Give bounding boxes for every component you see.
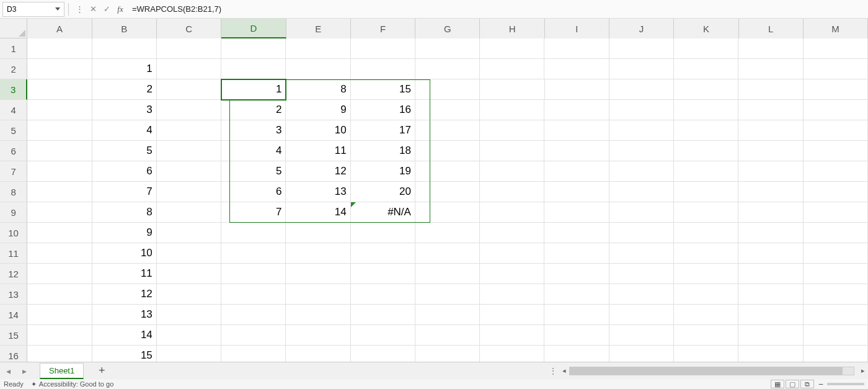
cell-J15[interactable] (609, 325, 674, 346)
cell-D11[interactable] (221, 243, 286, 264)
cell-L15[interactable] (738, 325, 803, 346)
cell-E8[interactable]: 13 (286, 182, 350, 202)
cell-E11[interactable] (286, 243, 350, 264)
hscroll-right-icon[interactable]: ▸ (858, 367, 868, 375)
row-header-14[interactable]: 14 (0, 305, 27, 325)
cell-K4[interactable] (674, 100, 738, 120)
cell-E3[interactable]: 8 (286, 79, 350, 100)
cell-B15[interactable]: 14 (92, 325, 157, 346)
column-header-K[interactable]: K (674, 19, 738, 38)
cell-H7[interactable] (480, 161, 544, 182)
column-header-L[interactable]: L (739, 19, 804, 38)
insert-function-icon[interactable]: fx (115, 4, 126, 15)
cell-K3[interactable] (674, 79, 738, 100)
cell-E2[interactable] (286, 59, 350, 79)
cell-B8[interactable]: 7 (92, 182, 157, 202)
cell-K8[interactable] (674, 182, 738, 202)
cell-D7[interactable]: 5 (221, 161, 286, 182)
cell-D3[interactable]: 1 (221, 79, 286, 100)
cell-A5[interactable] (27, 120, 92, 141)
cell-D2[interactable] (221, 59, 286, 79)
cell-E15[interactable] (286, 325, 350, 346)
tab-next-icon[interactable]: ▸ (16, 363, 32, 379)
cell-B5[interactable]: 4 (92, 120, 157, 141)
row-header-3[interactable]: 3 (0, 79, 27, 100)
cell-L4[interactable] (738, 100, 803, 120)
row-header-5[interactable]: 5 (0, 120, 27, 141)
cell-H12[interactable] (480, 264, 544, 284)
sheet-tab-active[interactable]: Sheet1 (40, 363, 84, 379)
cell-C13[interactable] (157, 284, 221, 305)
cell-C11[interactable] (157, 243, 221, 264)
cell-L8[interactable] (738, 182, 803, 202)
cell-A2[interactable] (27, 59, 92, 79)
cell-B9[interactable]: 8 (92, 202, 157, 223)
cell-L12[interactable] (738, 264, 803, 284)
cell-B1[interactable] (92, 38, 157, 59)
cell-G5[interactable] (415, 120, 480, 141)
cell-M4[interactable] (804, 100, 868, 120)
zoom-slider[interactable] (827, 383, 864, 385)
cell-K7[interactable] (674, 161, 738, 182)
cell-M1[interactable] (804, 38, 868, 59)
cell-D4[interactable]: 2 (221, 100, 286, 120)
cell-J9[interactable] (609, 202, 674, 223)
cell-B10[interactable]: 9 (92, 223, 157, 243)
cell-B12[interactable]: 11 (92, 264, 157, 284)
cell-M15[interactable] (804, 325, 868, 346)
column-header-G[interactable]: G (415, 19, 480, 38)
column-header-H[interactable]: H (480, 19, 544, 38)
cell-E14[interactable] (286, 305, 350, 325)
cell-I12[interactable] (544, 264, 609, 284)
cell-J10[interactable] (609, 223, 674, 243)
cell-I1[interactable] (544, 38, 609, 59)
cell-J11[interactable] (609, 243, 674, 264)
cell-C8[interactable] (157, 182, 221, 202)
row-header-9[interactable]: 9 (0, 202, 27, 223)
cell-L6[interactable] (738, 141, 803, 161)
cell-L11[interactable] (738, 243, 803, 264)
view-page-break-icon[interactable]: ⧉ (800, 380, 814, 388)
cell-D10[interactable] (221, 223, 286, 243)
enter-formula-icon[interactable]: ✓ (101, 4, 112, 15)
cell-J7[interactable] (609, 161, 674, 182)
cell-I2[interactable] (544, 59, 609, 79)
cell-I11[interactable] (544, 243, 609, 264)
cell-A10[interactable] (27, 223, 92, 243)
cell-C12[interactable] (157, 264, 221, 284)
cell-D6[interactable]: 4 (221, 141, 286, 161)
cell-F4[interactable]: 16 (351, 100, 415, 120)
cell-D13[interactable] (221, 284, 286, 305)
cell-H8[interactable] (480, 182, 544, 202)
cell-E7[interactable]: 12 (286, 161, 350, 182)
cell-J8[interactable] (609, 182, 674, 202)
cell-M8[interactable] (804, 182, 868, 202)
row-header-7[interactable]: 7 (0, 161, 27, 182)
column-header-B[interactable]: B (92, 19, 157, 38)
row-header-8[interactable]: 8 (0, 182, 27, 202)
cell-M10[interactable] (804, 223, 868, 243)
cell-L10[interactable] (738, 223, 803, 243)
horizontal-scroll-thumb[interactable] (570, 367, 843, 375)
tab-prev-icon[interactable]: ◂ (0, 363, 16, 379)
view-page-layout-icon[interactable]: ▢ (786, 380, 799, 388)
row-header-12[interactable]: 12 (0, 264, 27, 284)
cell-F8[interactable]: 20 (351, 182, 415, 202)
cell-M14[interactable] (804, 305, 868, 325)
cell-A12[interactable] (27, 264, 92, 284)
cell-D8[interactable]: 6 (221, 182, 286, 202)
cell-M13[interactable] (804, 284, 868, 305)
column-header-D[interactable]: D (221, 19, 286, 38)
cell-C5[interactable] (157, 120, 221, 141)
cell-I8[interactable] (544, 182, 609, 202)
cell-H11[interactable] (480, 243, 544, 264)
cell-B2[interactable]: 1 (92, 59, 157, 79)
cell-D15[interactable] (221, 325, 286, 346)
cell-E13[interactable] (286, 284, 350, 305)
hscroll-left-icon[interactable]: ◂ (559, 367, 569, 375)
cell-K11[interactable] (674, 243, 738, 264)
cell-E4[interactable]: 9 (286, 100, 350, 120)
row-header-6[interactable]: 6 (0, 141, 27, 161)
cell-J12[interactable] (609, 264, 674, 284)
cell-F10[interactable] (351, 223, 415, 243)
